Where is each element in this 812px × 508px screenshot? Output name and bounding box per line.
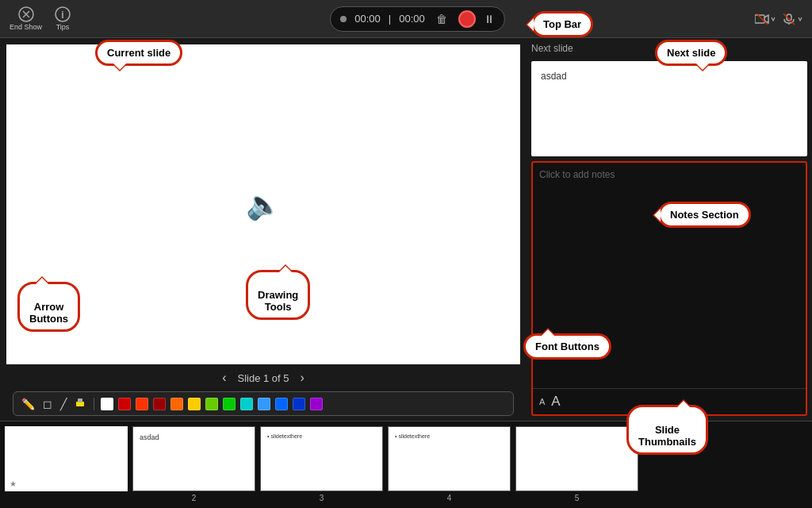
thumb-img-4: • slidetexthere xyxy=(388,426,511,491)
svg-text:i: i xyxy=(61,10,63,21)
info-icon: i xyxy=(55,6,71,22)
chevron-down-icon-2 xyxy=(798,15,802,23)
thumb-img-3: • slidetexthere xyxy=(260,426,383,491)
color-swatch-darkred[interactable] xyxy=(153,398,166,410)
notes-section: Click to add notes A A xyxy=(531,161,807,416)
notes-placeholder: Click to add notes xyxy=(539,169,615,180)
decrease-font-button[interactable]: A xyxy=(539,397,545,406)
color-swatch-blue1[interactable] xyxy=(258,398,270,410)
prev-slide-button[interactable]: ‹ xyxy=(217,369,231,387)
top-bar: End Show i Tips 00:00 | 00:00 🗑 ⏸ xyxy=(0,0,812,38)
video-icon xyxy=(755,13,769,25)
thumb-text-2: asdad xyxy=(140,433,159,441)
eraser-tool-button[interactable]: ◻ xyxy=(41,396,54,412)
end-show-button[interactable]: End Show xyxy=(10,6,42,31)
slide-counter: Slide 1 of 5 xyxy=(237,372,289,384)
color-swatch-red2[interactable] xyxy=(136,398,148,410)
notes-footer: A A xyxy=(533,388,806,414)
increase-font-button[interactable]: A xyxy=(551,394,560,410)
svg-rect-11 xyxy=(78,398,82,402)
thumbnail-strip: ★ asdad 2 • slidetexthere 3 • slidetexth… xyxy=(0,421,812,508)
thumbnail-2[interactable]: asdad 2 xyxy=(132,426,255,503)
tips-button[interactable]: i Tips xyxy=(55,6,71,31)
chevron-down-icon xyxy=(771,15,776,23)
drawing-toolbar: ✏️ ◻ ╱ xyxy=(13,391,514,416)
slide-nav-bar: ‹ Slide 1 of 5 › xyxy=(6,364,520,391)
line-tool-button[interactable]: ╱ xyxy=(59,396,68,412)
thumb-label-2: 2 xyxy=(192,494,197,502)
notes-area[interactable]: Click to add notes xyxy=(533,163,806,388)
record-button[interactable] xyxy=(458,10,476,28)
audio-toggle-button[interactable] xyxy=(782,13,802,25)
main-area: 🔈 ‹ Slide 1 of 5 › ✏️ ◻ ╱ xyxy=(0,38,812,421)
color-swatch-teal[interactable] xyxy=(240,398,253,410)
thumb-text-3: • slidetexthere xyxy=(267,433,302,439)
thumbnail-5[interactable]: 5 xyxy=(515,426,638,503)
color-swatch-green2[interactable] xyxy=(223,398,236,410)
highlighter-icon xyxy=(75,397,86,408)
end-show-label: End Show xyxy=(10,23,42,31)
toolbar-divider xyxy=(94,398,94,410)
next-slide-button[interactable]: › xyxy=(296,369,309,387)
thumbnail-4[interactable]: • slidetexthere 4 xyxy=(388,426,511,503)
next-slide-label: Next slide xyxy=(531,43,807,54)
timer-elapsed: 00:00 xyxy=(354,13,381,25)
color-swatch-yellow[interactable] xyxy=(188,398,201,410)
thumb-img-1: ★ xyxy=(5,426,128,491)
microphone-icon xyxy=(782,13,796,25)
delete-timer-button[interactable]: 🗑 xyxy=(433,11,450,27)
pause-button[interactable]: ⏸ xyxy=(484,13,495,25)
right-panel: Next slide asdad Click to add notes A A xyxy=(527,38,812,421)
color-swatch-white[interactable] xyxy=(101,398,113,410)
audio-icon: 🔈 xyxy=(246,188,282,221)
slide-area: 🔈 ‹ Slide 1 of 5 › ✏️ ◻ ╱ xyxy=(0,38,527,421)
timer-section: 00:00 | 00:00 🗑 ⏸ xyxy=(330,6,504,32)
pen-tool-button[interactable]: ✏️ xyxy=(20,396,36,412)
thumbnail-3[interactable]: • slidetexthere 3 xyxy=(260,426,383,503)
thumb-label-5: 5 xyxy=(575,494,580,502)
thumb-text-4: • slidetexthere xyxy=(395,433,430,439)
color-swatch-purple[interactable] xyxy=(310,398,323,410)
color-swatch-blue2[interactable] xyxy=(275,398,288,410)
color-swatch-orange[interactable] xyxy=(170,398,183,410)
color-swatch-red1[interactable] xyxy=(118,398,131,410)
top-right-icons xyxy=(755,13,802,25)
next-slide-preview: asdad xyxy=(531,61,807,156)
timer-dot xyxy=(340,16,347,22)
video-toggle-button[interactable] xyxy=(755,13,776,25)
timer-total: 00:00 xyxy=(399,13,425,25)
thumb-star-1: ★ xyxy=(10,479,17,488)
next-slide-content: asdad xyxy=(541,71,567,82)
thumb-label-3: 3 xyxy=(320,494,324,502)
thumb-img-5 xyxy=(515,426,638,491)
color-swatch-green1[interactable] xyxy=(205,398,218,410)
current-slide: 🔈 xyxy=(6,44,520,364)
thumb-label-4: 4 xyxy=(447,494,452,502)
thumbnail-1[interactable]: ★ xyxy=(5,426,128,503)
tips-label: Tips xyxy=(56,23,70,31)
timer-separator: | xyxy=(389,13,391,25)
highlighter-tool-button[interactable] xyxy=(73,395,87,412)
close-circle-icon xyxy=(18,6,34,22)
color-swatch-darkblue[interactable] xyxy=(293,398,305,410)
thumb-img-2: asdad xyxy=(132,426,255,491)
